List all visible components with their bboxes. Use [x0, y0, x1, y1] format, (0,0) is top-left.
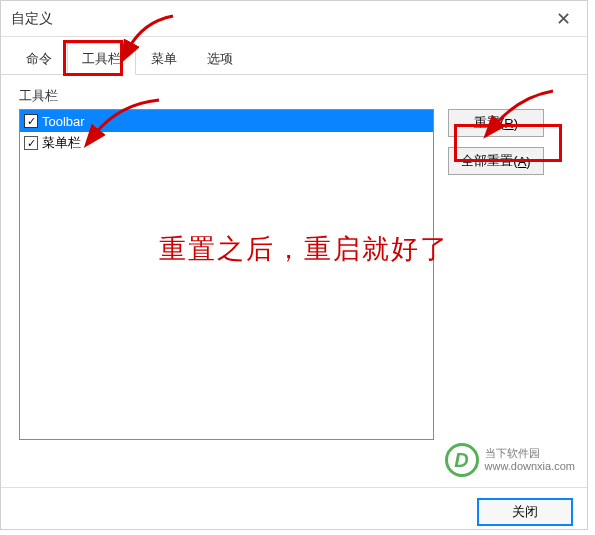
reset-all-button[interactable]: 全部重置(A)	[448, 147, 544, 175]
list-item-label: Toolbar	[42, 114, 85, 129]
section-label: 工具栏	[19, 87, 569, 105]
toolbar-listbox[interactable]: ✓ Toolbar ✓ 菜单栏	[19, 109, 434, 440]
list-item-menubar[interactable]: ✓ 菜单栏	[20, 132, 433, 154]
list-item-label: 菜单栏	[42, 134, 81, 152]
close-button[interactable]: 关闭	[477, 498, 573, 526]
reset-button[interactable]: 重置(R)	[448, 109, 544, 137]
checkbox-icon[interactable]: ✓	[24, 114, 38, 128]
checkbox-icon[interactable]: ✓	[24, 136, 38, 150]
dialog-footer: 关闭	[1, 487, 587, 535]
list-item-toolbar[interactable]: ✓ Toolbar	[20, 110, 433, 132]
customize-dialog: 自定义 ✕ 命令 工具栏 菜单 选项 工具栏 ✓ Toolbar ✓ 菜单栏	[0, 0, 588, 530]
window-title: 自定义	[11, 10, 53, 28]
close-icon[interactable]: ✕	[550, 8, 577, 30]
tab-toolbars[interactable]: 工具栏	[67, 43, 136, 75]
tab-commands[interactable]: 命令	[11, 43, 67, 74]
tab-options[interactable]: 选项	[192, 43, 248, 74]
tab-menus[interactable]: 菜单	[136, 43, 192, 74]
dialog-body: 工具栏 ✓ Toolbar ✓ 菜单栏 重置(R) 全部重置(A)	[1, 75, 587, 487]
tab-bar: 命令 工具栏 菜单 选项	[1, 37, 587, 75]
button-column: 重置(R) 全部重置(A)	[448, 109, 544, 440]
content-row: ✓ Toolbar ✓ 菜单栏 重置(R) 全部重置(A)	[19, 109, 569, 440]
titlebar: 自定义 ✕	[1, 1, 587, 37]
